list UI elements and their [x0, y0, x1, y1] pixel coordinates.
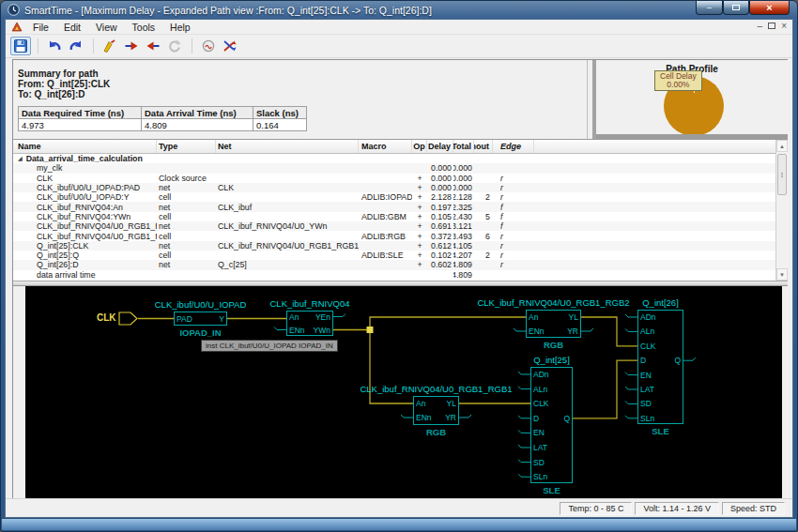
cell-total [453, 154, 474, 163]
summary-from: From: Q_int[25]:CLK [18, 79, 591, 89]
column-header-delay[interactable]: Delay [427, 140, 453, 153]
cell-name: CLK_ibuf_RNIVQ04:An [13, 202, 157, 211]
pin-label: An [289, 312, 299, 322]
cell-edge: r [493, 260, 534, 269]
cell-macro [359, 163, 412, 173]
edit-path-icon [102, 38, 117, 53]
cell-macro [359, 154, 412, 163]
cross-probe-button[interactable] [220, 37, 240, 55]
status-speed: Speed: STD [722, 502, 785, 515]
cell-net: CLK_ibuf_RNIVQ04/U0_YWn [216, 221, 359, 231]
pin-label: YL [569, 312, 578, 322]
window-controls: – × [696, 1, 790, 15]
tree-expander-icon[interactable]: ◢ [18, 155, 23, 161]
undo-icon [47, 38, 62, 53]
cell-name: ◢Data_arrival_time_calculation [13, 154, 157, 163]
cell-name: my_clk [13, 163, 157, 173]
cell-op: + [412, 241, 427, 251]
table-row[interactable]: CLK_ibuf_RNIVQ04/U0_RGB1_RGB1:AnnetCLK_i… [13, 221, 788, 231]
save-button[interactable] [10, 37, 31, 55]
child-window-icon [11, 22, 23, 33]
cell-fanout [474, 202, 493, 211]
pin-label: YR [567, 327, 578, 336]
menu-edit[interactable]: Edit [56, 21, 88, 34]
cell-delay: 0.602 [427, 260, 453, 269]
analysis-options-button[interactable] [198, 37, 219, 55]
column-header-edge[interactable]: Edge [493, 140, 534, 153]
table-row[interactable]: CLK_ibuf_RNIVQ04:YWncellADLIB:GBM+0.1052… [13, 212, 788, 221]
column-header-op[interactable]: Op [412, 140, 427, 153]
scroll-down-icon[interactable]: ▼ [776, 268, 788, 281]
cell-total: 3.121 [453, 221, 474, 231]
close-button[interactable]: × [749, 1, 790, 15]
cell-edge [493, 270, 534, 280]
toolbar-separator [192, 38, 192, 53]
column-header-macro[interactable]: Macro [359, 140, 412, 153]
menu-file[interactable]: File [25, 21, 56, 34]
table-row[interactable]: Q_int[26]:DnetQ_c[25]+0.6024.809r [13, 260, 788, 269]
cell-op [412, 154, 427, 163]
cell-net: Q_c[25] [216, 260, 359, 269]
cell-fanout: 2 [474, 192, 493, 202]
refresh-button[interactable] [164, 37, 185, 55]
pin-label: ALn [533, 385, 547, 394]
table-row[interactable]: CLK_ibuf_RNIVQ04:AnnetCLK_ibuf+0.1972.32… [13, 202, 788, 211]
column-header-total[interactable]: Total [453, 140, 474, 153]
menu-view[interactable]: View [88, 21, 125, 34]
table-row[interactable]: ◢Data_arrival_time_calculation [13, 154, 788, 163]
menu-help[interactable]: Help [162, 21, 198, 34]
cell-op: + [412, 212, 427, 221]
column-header-net[interactable]: Net [216, 140, 359, 153]
restore-icon [732, 5, 740, 10]
vertical-scrollbar[interactable]: ▲ ▼ [775, 140, 788, 281]
redo-button[interactable] [66, 37, 86, 55]
clk-port-icon[interactable] [119, 312, 137, 325]
scroll-up-icon[interactable]: ▲ [776, 140, 788, 152]
cell-edge: f [493, 221, 534, 231]
collapse-path-button[interactable] [143, 37, 163, 55]
horizontal-splitter[interactable] [596, 134, 788, 139]
column-header-type[interactable]: Type [157, 140, 216, 153]
cell-total: 2.325 [453, 202, 474, 211]
menu-tools[interactable]: Tools [125, 21, 163, 34]
arrival-time-header: Data Arrival Time (ns) [142, 107, 253, 119]
path-summary: Summary for path From: Q_int[25]:CLK To:… [13, 60, 591, 139]
scrollbar-track[interactable] [776, 152, 788, 268]
cell-type: net [157, 221, 216, 231]
cell-net [216, 231, 359, 240]
pin-label: Q [674, 356, 681, 365]
table-row[interactable]: CLK_ibuf_RNIVQ04/U0_RGB1_RGB1:YLcellADLI… [13, 231, 788, 240]
cell-macro [359, 221, 412, 231]
table-row[interactable]: CLKClock source+0.0000.000r [13, 174, 788, 183]
pin-label: ADn [533, 370, 549, 379]
minimize-button[interactable]: – [696, 1, 723, 15]
table-row[interactable]: my_clk0.0000.000 [13, 163, 788, 173]
cell-macro: ADLIB:SLE [359, 251, 412, 260]
maximize-button[interactable] [723, 1, 749, 15]
mdi-close-button[interactable]: × [781, 21, 787, 31]
mdi-restore-button[interactable] [768, 23, 775, 29]
table-row[interactable]: CLK_ibuf/U0/U_IOPAD:PADnetCLK+0.0000.000… [13, 183, 788, 192]
edit-path-button[interactable] [100, 37, 120, 55]
expand-path-button[interactable] [121, 37, 142, 55]
cell-delay: 0.000 [427, 174, 453, 183]
cell-op: + [412, 260, 427, 269]
scrollbar-thumb[interactable] [777, 154, 787, 195]
cell-name: Q_int[25]:CLK [13, 241, 157, 251]
table-row[interactable]: Q_int[25]:QcellADLIB:SLE+0.1024.2072r [13, 251, 788, 260]
table-row[interactable]: Q_int[25]:CLKnetCLK_ibuf_RNIVQ04/U0_RGB1… [13, 241, 788, 251]
cell-net [216, 270, 359, 280]
column-header-fanout[interactable]: Fanout [474, 140, 493, 153]
table-row[interactable]: data arrival time4.809 [13, 270, 788, 280]
status-voltage: Volt: 1.14 - 1.26 V [635, 502, 719, 515]
cell-op: + [412, 221, 427, 231]
mdi-minimize-button[interactable]: – [758, 21, 763, 31]
undo-button[interactable] [44, 37, 65, 55]
table-row[interactable]: CLK_ibuf/U0/U_IOPAD:YcellADLIB:IOPAD_IN+… [13, 192, 788, 202]
title-bar[interactable]: SmartTime - [Maximum Delay - Expanded Pa… [1, 1, 797, 19]
cell-name: CLK_ibuf/U0/U_IOPAD:PAD [13, 183, 157, 192]
cell-total: 0.000 [453, 183, 474, 192]
column-header-name[interactable]: Name [13, 140, 157, 153]
cell-fanout [474, 163, 493, 173]
cell-net [216, 251, 359, 260]
